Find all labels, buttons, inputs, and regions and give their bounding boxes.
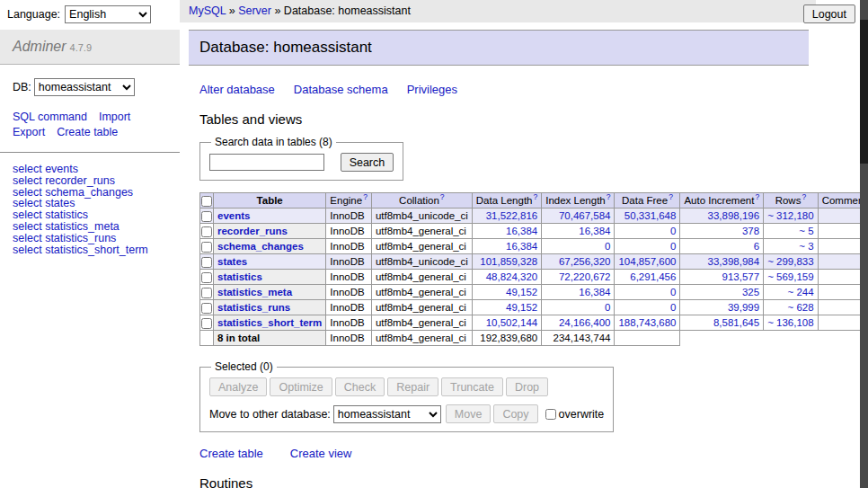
help-link[interactable]: ?: [802, 192, 806, 201]
drop-button[interactable]: Drop: [506, 377, 548, 396]
rows-count-link[interactable]: ~ 136,108: [767, 317, 813, 328]
data-free-link[interactable]: 0: [670, 226, 676, 236]
auto-increment-link[interactable]: 378: [742, 226, 759, 236]
index-length-link[interactable]: 16,384: [579, 226, 610, 236]
data-length-link[interactable]: 49,152: [506, 302, 537, 313]
db-action-alter-database[interactable]: Alter database: [199, 83, 275, 96]
data-length-link[interactable]: 10,502,144: [486, 317, 538, 328]
row-checkbox-events[interactable]: [201, 211, 212, 222]
check-button[interactable]: Check: [335, 377, 385, 396]
auto-increment-link[interactable]: 8,581,645: [713, 317, 759, 328]
data-free-link[interactable]: 50,331,648: [624, 210, 677, 221]
table-menu-link-events[interactable]: events: [45, 163, 78, 175]
help-link[interactable]: ?: [607, 192, 611, 201]
data-length-link[interactable]: 49,152: [506, 287, 537, 297]
analyze-button[interactable]: Analyze: [209, 377, 267, 396]
index-length-link[interactable]: 67,256,320: [559, 256, 611, 267]
data-length-link[interactable]: 16,384: [506, 241, 537, 252]
overwrite-checkbox[interactable]: [545, 409, 556, 420]
rows-count-link[interactable]: ~ 312,180: [767, 210, 813, 221]
breadcrumb-server[interactable]: Server: [238, 4, 271, 17]
table-menu-link-statistics-short-term[interactable]: statistics_short_term: [45, 244, 148, 256]
index-length-link[interactable]: 16,384: [579, 287, 610, 297]
link-create-view[interactable]: Create view: [290, 447, 352, 460]
sidebar-link-sql-command[interactable]: SQL command: [13, 110, 87, 125]
repair-button[interactable]: Repair: [387, 377, 438, 396]
rows-count-link[interactable]: ~ 569,159: [767, 271, 813, 282]
logout-button[interactable]: Logout: [803, 4, 855, 23]
table-menu-link-statistics-meta[interactable]: statistics_meta: [45, 220, 120, 233]
select-link-statistics-meta[interactable]: select: [13, 220, 42, 233]
row-checkbox-statistics-short-term[interactable]: [201, 318, 212, 329]
sidebar-link-import[interactable]: Import: [99, 110, 130, 125]
table-menu-link-states[interactable]: states: [45, 197, 75, 209]
table-link-statistics-runs[interactable]: statistics_runs: [217, 302, 290, 313]
db-action-database-schema[interactable]: Database schema: [294, 83, 388, 96]
help-link[interactable]: ?: [755, 192, 759, 201]
table-link-statistics[interactable]: statistics: [217, 271, 262, 282]
data-length-link[interactable]: 101,859,328: [480, 256, 537, 267]
move-button[interactable]: Move: [446, 404, 492, 423]
auto-increment-link[interactable]: 6: [754, 241, 759, 252]
data-free-link[interactable]: 104,857,600: [618, 256, 676, 267]
table-menu-link-schema-changes[interactable]: schema_changes: [45, 186, 133, 199]
table-link-statistics-short-term[interactable]: statistics_short_term: [217, 317, 322, 328]
index-length-link[interactable]: 0: [605, 302, 610, 313]
index-length-link[interactable]: 70,467,584: [559, 210, 611, 221]
table-link-events[interactable]: events: [217, 210, 250, 221]
data-length-link[interactable]: 31,522,816: [486, 210, 538, 221]
rows-count-link[interactable]: ~ 3: [799, 241, 813, 252]
row-checkbox-schema-changes[interactable]: [201, 242, 212, 253]
db-select[interactable]: homeassistant: [34, 78, 135, 96]
data-free-link[interactable]: 0: [670, 241, 676, 252]
data-length-link[interactable]: 48,824,320: [486, 271, 538, 282]
index-length-link[interactable]: 0: [605, 241, 610, 252]
select-link-states[interactable]: select: [13, 197, 42, 209]
auto-increment-link[interactable]: 39,999: [728, 302, 759, 313]
search-input[interactable]: [209, 154, 324, 171]
index-length-link[interactable]: 72,220,672: [559, 271, 611, 282]
select-link-events[interactable]: select: [13, 163, 42, 175]
search-button[interactable]: Search: [341, 153, 394, 172]
row-checkbox-statistics-meta[interactable]: [201, 288, 212, 298]
db-action-privileges[interactable]: Privileges: [407, 83, 457, 96]
auto-increment-link[interactable]: 33,898,196: [708, 210, 760, 221]
auto-increment-link[interactable]: 913,577: [722, 271, 760, 282]
row-checkbox-states[interactable]: [201, 257, 212, 268]
breadcrumb-mysql[interactable]: MySQL: [189, 4, 226, 17]
sidebar-link-create-table[interactable]: Create table: [57, 125, 118, 140]
table-link-recorder-runs[interactable]: recorder_runs: [217, 226, 288, 236]
table-link-statistics-meta[interactable]: statistics_meta: [217, 287, 292, 297]
table-link-schema-changes[interactable]: schema_changes: [217, 241, 304, 252]
row-checkbox-statistics[interactable]: [201, 272, 212, 283]
rows-count-link[interactable]: ~ 299,833: [767, 256, 813, 267]
copy-button[interactable]: Copy: [493, 404, 537, 423]
table-menu-link-recorder-runs[interactable]: recorder_runs: [45, 174, 115, 187]
data-free-link[interactable]: 6,291,456: [630, 271, 676, 282]
move-db-select[interactable]: homeassistant: [333, 405, 441, 423]
table-link-states[interactable]: states: [217, 256, 247, 267]
data-free-link[interactable]: 0: [670, 287, 676, 297]
data-free-link[interactable]: 188,743,680: [618, 317, 676, 328]
row-checkbox-statistics-runs[interactable]: [201, 303, 212, 314]
rows-count-link[interactable]: ~ 5: [799, 226, 813, 236]
index-length-link[interactable]: 24,166,400: [559, 317, 611, 328]
data-length-link[interactable]: 16,384: [506, 226, 537, 236]
data-free-link[interactable]: 0: [670, 302, 676, 313]
table-menu-link-statistics[interactable]: statistics: [45, 209, 88, 221]
rows-count-link[interactable]: ~ 244: [788, 287, 814, 297]
language-select[interactable]: English: [65, 5, 151, 23]
adminer-logo[interactable]: Adminer: [13, 39, 66, 54]
table-menu-link-statistics-runs[interactable]: statistics_runs: [45, 232, 116, 244]
link-create-table[interactable]: Create table: [199, 447, 263, 460]
optimize-button[interactable]: Optimize: [270, 377, 332, 396]
row-checkbox-recorder-runs[interactable]: [201, 226, 212, 237]
select-link-recorder-runs[interactable]: select: [13, 174, 42, 187]
scrollbar[interactable]: [860, 0, 868, 488]
help-link[interactable]: ?: [440, 192, 445, 201]
auto-increment-link[interactable]: 325: [742, 287, 759, 297]
select-link-statistics[interactable]: select: [13, 209, 42, 221]
select-link-statistics-short-term[interactable]: select: [13, 244, 42, 256]
select-all-checkbox[interactable]: [201, 196, 212, 207]
help-link[interactable]: ?: [533, 192, 537, 201]
